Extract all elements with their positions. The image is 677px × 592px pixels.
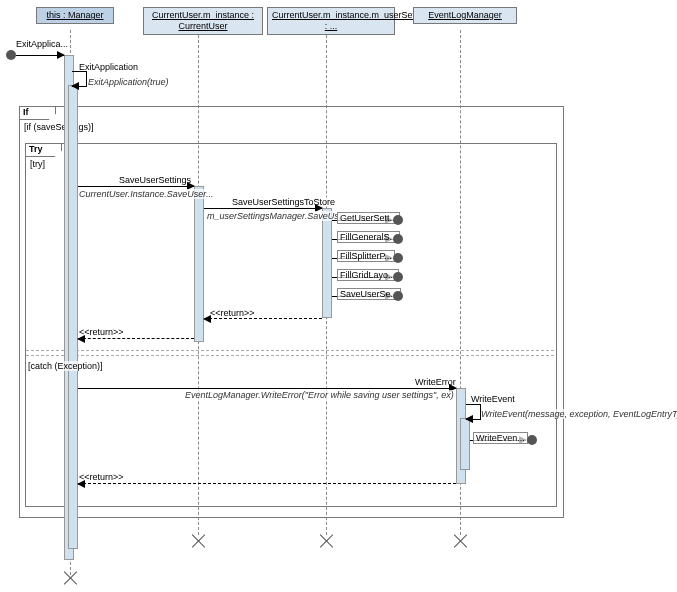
message-savetostore [204,208,322,209]
message-call: ExitApplication(true) [88,77,169,87]
lifeline-head-manager[interactable]: this : Manager [36,7,114,24]
lifeline-head-usersettingsmanager[interactable]: CurrentUser.m_instance.m_userSettingsMan… [267,7,395,35]
message-return [78,338,194,340]
lost-dot [393,253,403,263]
found-message-dot [6,50,16,60]
message-label: WriteEvent [471,394,515,404]
message-label: GetUserSett... [337,212,400,224]
message-label: SaveUserSe... [337,288,401,300]
frame-guard-try: [try] [30,159,45,169]
message-label: ExitApplica... [16,39,68,49]
lifeline-head-currentuser[interactable]: CurrentUser.m_instance : CurrentUser [143,7,263,35]
message-label: <<return>> [210,308,255,318]
message-label: <<return>> [79,327,124,337]
lost-dot [393,272,403,282]
message-return [204,318,322,320]
message-label: FillSplitterP... [337,250,395,262]
activation [322,208,332,318]
lost-dot [527,435,537,445]
lost-dot [393,291,403,301]
self-message-exitapplication [72,71,87,87]
self-message-writeevent [466,404,481,420]
frame-guard-if: [if (saveSettings)] [24,122,94,132]
message-exitapplication-found [16,55,64,56]
message-call: EventLogManager.WriteError("Error while … [185,390,454,400]
message-call: m_userSettingsManager.SaveUs... [207,211,346,221]
lifeline-head-eventlogmanager[interactable]: EventLogManager [413,7,517,24]
frame-tag-if: If [19,106,56,120]
message-label: FillGridLayo... [337,269,399,281]
message-return [78,483,456,485]
frame-tag-try: Try [25,143,62,157]
message-label: WriteEven... [473,432,528,444]
message-call: CurrentUser.Instance.SaveUser... [79,189,213,199]
message-writeerror [78,388,456,389]
lost-dot [393,234,403,244]
lost-dot [393,215,403,225]
message-label: <<return>> [79,472,124,482]
message-saveusersettings [78,186,194,187]
message-label: FillGeneralS... [337,231,400,243]
message-label: ExitApplication [79,62,138,72]
frame-guard-catch: [catch (Exception)] [28,361,103,371]
activation [460,418,470,470]
message-call: WriteEvent(message, exception, EventLogE… [481,409,677,419]
message-label: SaveUserSettings [119,175,191,185]
